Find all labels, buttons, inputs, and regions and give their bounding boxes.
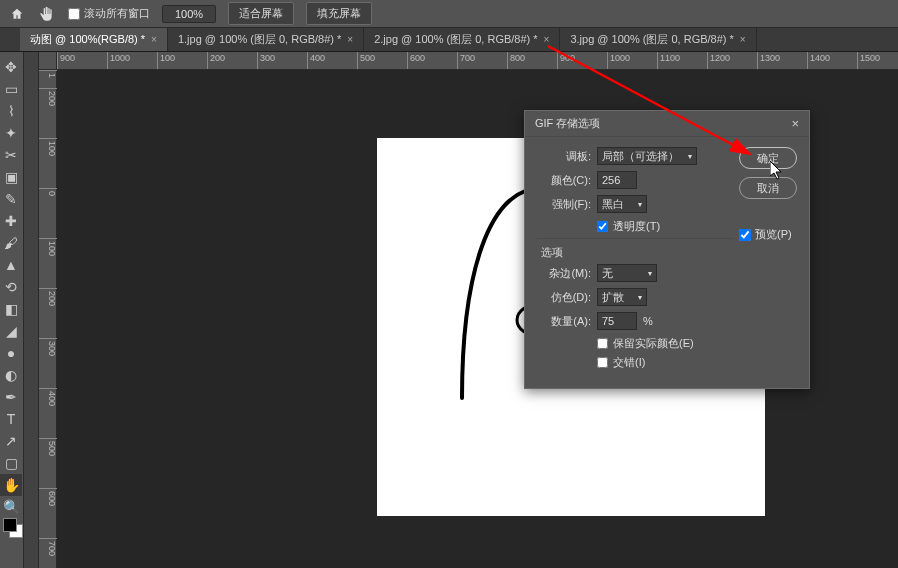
ruler-tick: 100 xyxy=(39,138,57,156)
dodge-tool-icon[interactable]: ◐ xyxy=(0,364,22,386)
hand-tool-icon[interactable]: ✋ xyxy=(0,474,22,496)
toolbox: ✥ ▭ ⌇ ✦ ✂ ▣ ✎ ✚ 🖌 ▲ ⟲ ◧ ◢ ● ◐ ✒ T ↗ ▢ ✋ … xyxy=(0,52,24,568)
gradient-tool-icon[interactable]: ◢ xyxy=(0,320,22,342)
document-tab[interactable]: 3.jpg @ 100% (图层 0, RGB/8#) * × xyxy=(560,28,756,51)
cancel-button[interactable]: 取消 xyxy=(739,177,797,199)
ruler-tick: 400 xyxy=(39,388,57,406)
interlace-checkbox[interactable]: 交错(I) xyxy=(597,355,733,370)
ruler-tick: 600 xyxy=(39,488,57,506)
path-tool-icon[interactable]: ↗ xyxy=(0,430,22,452)
close-icon[interactable]: × xyxy=(791,116,799,131)
ruler-tick: 300 xyxy=(39,338,57,356)
tab-label: 动图 @ 100%(RGB/8) * xyxy=(30,32,145,47)
marquee-tool-icon[interactable]: ▭ xyxy=(0,78,22,100)
interlace-label: 交错(I) xyxy=(613,355,645,370)
home-icon[interactable] xyxy=(8,5,26,23)
ruler-tick: 1 xyxy=(39,70,57,78)
chevron-down-icon: ▾ xyxy=(638,293,642,302)
ruler-tick: 1400 xyxy=(807,52,830,70)
ruler-tick: 800 xyxy=(507,52,525,70)
scroll-all-windows-label: 滚动所有窗口 xyxy=(84,6,150,21)
colors-input[interactable] xyxy=(597,171,637,189)
preserve-colors-checkbox[interactable]: 保留实际颜色(E) xyxy=(597,336,733,351)
preserve-colors-label: 保留实际颜色(E) xyxy=(613,336,694,351)
foreground-color[interactable] xyxy=(3,518,17,532)
zoom-tool-icon[interactable]: 🔍 xyxy=(0,496,22,518)
fill-screen-button[interactable]: 填充屏幕 xyxy=(306,2,372,25)
ruler-tick: 1000 xyxy=(607,52,630,70)
history-brush-icon[interactable]: ⟲ xyxy=(0,276,22,298)
gif-save-options-dialog: GIF 存储选项 × 调板: 局部（可选择）▾ 颜色(C): 强制(F): 黑白… xyxy=(524,110,810,389)
ruler-tick: 300 xyxy=(257,52,275,70)
ruler-tick: 100 xyxy=(39,238,57,256)
frame-tool-icon[interactable]: ▣ xyxy=(0,166,22,188)
lasso-tool-icon[interactable]: ⌇ xyxy=(0,100,22,122)
zoom-level[interactable]: 100% xyxy=(162,5,216,23)
pen-tool-icon[interactable]: ✒ xyxy=(0,386,22,408)
close-icon[interactable]: × xyxy=(544,34,550,45)
amount-label: 数量(A): xyxy=(537,314,591,329)
close-icon[interactable]: × xyxy=(151,34,157,45)
matte-select[interactable]: 无▾ xyxy=(597,264,657,282)
tab-label: 1.jpg @ 100% (图层 0, RGB/8#) * xyxy=(178,32,341,47)
options-section-label: 选项 xyxy=(541,245,733,260)
forced-label: 强制(F): xyxy=(537,197,591,212)
close-icon[interactable]: × xyxy=(740,34,746,45)
amount-input[interactable] xyxy=(597,312,637,330)
stamp-tool-icon[interactable]: ▲ xyxy=(0,254,22,276)
ruler-tick: 1300 xyxy=(757,52,780,70)
color-swatches[interactable] xyxy=(3,518,21,538)
dither-select[interactable]: 扩散▾ xyxy=(597,288,647,306)
heal-tool-icon[interactable]: ✚ xyxy=(0,210,22,232)
amount-unit: % xyxy=(643,315,653,327)
fit-screen-button[interactable]: 适合屏幕 xyxy=(228,2,294,25)
toolbox-secondary xyxy=(24,52,39,568)
chevron-down-icon: ▾ xyxy=(638,200,642,209)
matte-label: 杂边(M): xyxy=(537,266,591,281)
shape-tool-icon[interactable]: ▢ xyxy=(0,452,22,474)
dialog-titlebar[interactable]: GIF 存储选项 × xyxy=(525,111,809,137)
hand-tool-icon[interactable] xyxy=(38,5,56,23)
ok-button[interactable]: 确定 xyxy=(739,147,797,169)
eyedropper-tool-icon[interactable]: ✎ xyxy=(0,188,22,210)
preview-label: 预览(P) xyxy=(755,227,792,242)
ruler-tick: 700 xyxy=(39,538,57,556)
blur-tool-icon[interactable]: ● xyxy=(0,342,22,364)
colors-label: 颜色(C): xyxy=(537,173,591,188)
tab-label: 2.jpg @ 100% (图层 0, RGB/8#) * xyxy=(374,32,537,47)
preview-checkbox[interactable]: 预览(P) xyxy=(739,227,797,242)
ruler-tick: 400 xyxy=(307,52,325,70)
move-tool-icon[interactable]: ✥ xyxy=(0,56,22,78)
ruler-tick: 200 xyxy=(207,52,225,70)
type-tool-icon[interactable]: T xyxy=(0,408,22,430)
ruler-tick: 200 xyxy=(39,88,57,106)
ruler-tick: 1000 xyxy=(107,52,130,70)
chevron-down-icon: ▾ xyxy=(648,269,652,278)
ruler-tick: 100 xyxy=(157,52,175,70)
document-tab[interactable]: 1.jpg @ 100% (图层 0, RGB/8#) * × xyxy=(168,28,364,51)
document-tab[interactable]: 2.jpg @ 100% (图层 0, RGB/8#) * × xyxy=(364,28,560,51)
document-tab-bar: 动图 @ 100%(RGB/8) * × 1.jpg @ 100% (图层 0,… xyxy=(0,28,898,52)
ruler-tick: 600 xyxy=(407,52,425,70)
ruler-tick: 0 xyxy=(39,188,57,196)
dialog-title: GIF 存储选项 xyxy=(535,116,600,131)
transparency-checkbox[interactable]: 透明度(T) xyxy=(597,219,733,234)
palette-select[interactable]: 局部（可选择）▾ xyxy=(597,147,697,165)
ruler-tick: 900 xyxy=(557,52,575,70)
brush-tool-icon[interactable]: 🖌 xyxy=(0,232,22,254)
document-tab[interactable]: 动图 @ 100%(RGB/8) * × xyxy=(20,28,168,51)
ruler-horizontal: 900 1000 100 200 300 400 500 600 700 800… xyxy=(57,52,898,70)
eraser-tool-icon[interactable]: ◧ xyxy=(0,298,22,320)
ruler-tick: 1200 xyxy=(707,52,730,70)
close-icon[interactable]: × xyxy=(347,34,353,45)
crop-tool-icon[interactable]: ✂ xyxy=(0,144,22,166)
ruler-tick: 1100 xyxy=(657,52,680,70)
ruler-vertical: 1 200 100 0 100 200 300 400 500 600 700 xyxy=(39,70,57,568)
scroll-all-windows-checkbox[interactable]: 滚动所有窗口 xyxy=(68,6,150,21)
dither-label: 仿色(D): xyxy=(537,290,591,305)
palette-label: 调板: xyxy=(537,149,591,164)
transparency-label: 透明度(T) xyxy=(613,219,660,234)
wand-tool-icon[interactable]: ✦ xyxy=(0,122,22,144)
forced-select[interactable]: 黑白▾ xyxy=(597,195,647,213)
ruler-tick: 700 xyxy=(457,52,475,70)
